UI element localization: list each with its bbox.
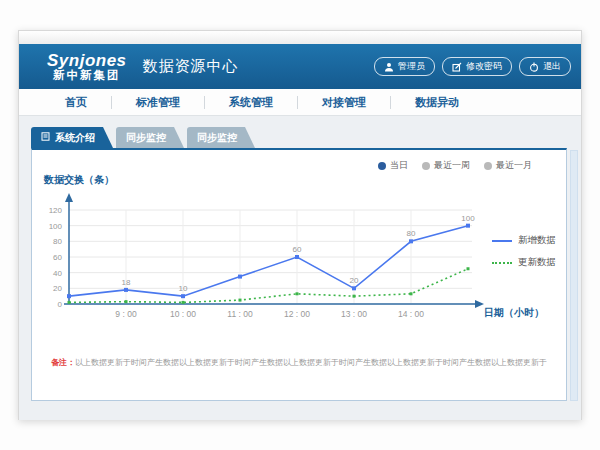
svg-text:40: 40 xyxy=(53,269,62,278)
app-header: Synjones 新中新集团 数据资源中心 管理员 修改密码 退出 xyxy=(19,44,581,89)
brand-name: Synjones xyxy=(47,52,127,70)
nav-item-data-change[interactable]: 数据异动 xyxy=(391,95,483,110)
radio-unselected-icon xyxy=(484,162,492,170)
svg-text:12 : 00: 12 : 00 xyxy=(284,309,310,319)
footnote-text: 以上数据更新于时间产生数据以上数据更新于时间产生数据以上数据更新于时间产生数据以… xyxy=(75,358,547,367)
svg-text:60: 60 xyxy=(293,245,302,254)
svg-text:120: 120 xyxy=(49,206,63,215)
page-title: 数据资源中心 xyxy=(143,57,239,76)
x-axis-title: 日期（小时） xyxy=(484,306,544,320)
logout-button[interactable]: 退出 xyxy=(519,57,571,76)
radio-unselected-icon xyxy=(422,162,430,170)
main-nav: 首页 标准管理 系统管理 对接管理 数据异动 xyxy=(19,89,581,116)
svg-text:9 : 00: 9 : 00 xyxy=(115,309,137,319)
svg-text:10 : 00: 10 : 00 xyxy=(170,309,196,319)
svg-text:100: 100 xyxy=(49,222,63,231)
svg-text:60: 60 xyxy=(53,253,62,262)
admin-button[interactable]: 管理员 xyxy=(374,57,435,76)
change-password-label: 修改密码 xyxy=(466,60,502,73)
svg-text:13 : 00: 13 : 00 xyxy=(341,309,367,319)
dotted-line-swatch-icon xyxy=(492,262,512,264)
tab-sync-monitor-2[interactable]: 同步监控 xyxy=(187,127,255,148)
header-actions: 管理员 修改密码 退出 xyxy=(374,57,571,76)
svg-text:18: 18 xyxy=(122,278,131,287)
svg-text:20: 20 xyxy=(53,284,62,293)
tab-label: 同步监控 xyxy=(197,131,237,145)
period-label: 当日 xyxy=(390,159,408,172)
svg-text:10: 10 xyxy=(179,284,188,293)
chart-legend: 新增数据 更新数据 xyxy=(492,234,556,269)
period-label: 最近一周 xyxy=(434,159,470,172)
svg-text:20: 20 xyxy=(350,276,359,285)
y-axis-title: 数据交换（条） xyxy=(44,173,114,187)
solid-line-swatch-icon xyxy=(492,240,512,242)
logout-label: 退出 xyxy=(543,60,561,73)
chart-panel: 当日 最近一周 最近一月 数据交换（条） 0204060801001209 : … xyxy=(31,148,567,401)
legend-label: 更新数据 xyxy=(518,256,556,269)
period-radio-group: 当日 最近一周 最近一月 xyxy=(378,159,532,172)
radio-selected-icon xyxy=(378,162,386,170)
content-area: 系统介绍 同步监控 同步监控 当日 最近一周 xyxy=(19,116,581,420)
power-icon xyxy=(529,62,539,72)
legend-label: 新增数据 xyxy=(518,234,556,247)
svg-text:80: 80 xyxy=(407,229,416,238)
nav-item-system-management[interactable]: 系统管理 xyxy=(205,95,297,110)
svg-text:0: 0 xyxy=(58,300,63,309)
document-icon xyxy=(41,132,50,143)
svg-text:11 : 00: 11 : 00 xyxy=(227,309,253,319)
footnote-label: 备注： xyxy=(51,358,75,367)
line-chart: 0204060801001209 : 0010 : 0011 : 0012 : … xyxy=(34,186,504,334)
legend-item-new-data[interactable]: 新增数据 xyxy=(492,234,556,247)
tab-bar: 系统介绍 同步监控 同步监控 xyxy=(31,127,255,148)
svg-text:14 : 00: 14 : 00 xyxy=(398,309,424,319)
tab-label: 系统介绍 xyxy=(55,131,95,145)
svg-text:100: 100 xyxy=(461,214,475,223)
edit-icon xyxy=(452,62,462,72)
admin-button-label: 管理员 xyxy=(398,60,425,73)
period-option-today[interactable]: 当日 xyxy=(378,159,408,172)
svg-text:80: 80 xyxy=(53,237,62,246)
footnote: 备注：以上数据更新于时间产生数据以上数据更新于时间产生数据以上数据更新于时间产生… xyxy=(32,357,566,368)
tab-system-intro[interactable]: 系统介绍 xyxy=(31,127,113,148)
period-option-last-week[interactable]: 最近一周 xyxy=(422,159,470,172)
tab-label: 同步监控 xyxy=(126,131,166,145)
legend-item-updated-data[interactable]: 更新数据 xyxy=(492,256,556,269)
window-top-strip xyxy=(19,31,581,44)
tab-sync-monitor-1[interactable]: 同步监控 xyxy=(116,127,184,148)
period-option-last-month[interactable]: 最近一月 xyxy=(484,159,532,172)
brand-logo: Synjones 新中新集团 xyxy=(47,52,127,82)
nav-item-home[interactable]: 首页 xyxy=(41,95,111,110)
change-password-button[interactable]: 修改密码 xyxy=(442,57,512,76)
nav-item-interface-management[interactable]: 对接管理 xyxy=(298,95,390,110)
app-window: Synjones 新中新集团 数据资源中心 管理员 修改密码 退出 xyxy=(18,30,582,420)
vertical-scrollbar[interactable] xyxy=(570,150,578,401)
user-icon xyxy=(384,62,394,72)
nav-item-standard-management[interactable]: 标准管理 xyxy=(112,95,204,110)
period-label: 最近一月 xyxy=(496,159,532,172)
brand-company: 新中新集团 xyxy=(53,69,121,81)
